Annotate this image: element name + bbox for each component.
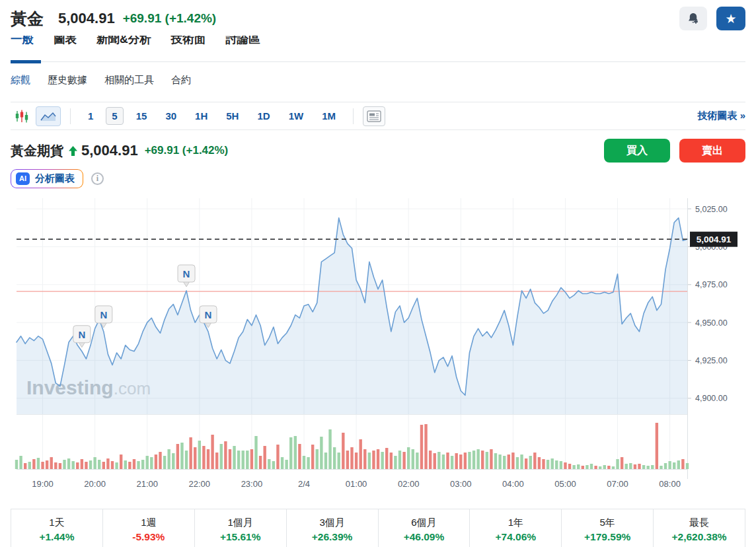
chart-toolbar: 1 5 15 30 1H 5H 1D 1W 1M 技術圖表 »	[11, 102, 745, 130]
buy-button[interactable]: 買入	[604, 139, 670, 163]
chart-canvas[interactable]: 5,025.005,000.004,975.004,950.004,925.00…	[11, 198, 745, 499]
svg-text:23:00: 23:00	[241, 479, 263, 489]
header-change: +69.91 (+1.42%)	[123, 11, 217, 26]
price-chart[interactable]: 5,025.005,000.004,975.004,950.004,925.00…	[11, 198, 745, 501]
tab-technical[interactable]: 技術面	[171, 36, 206, 47]
subnav-overview[interactable]: 綜觀	[11, 74, 30, 87]
perf-value: +15.61%	[220, 531, 261, 543]
perf-cell-5y: 5年 +179.59%	[562, 509, 654, 547]
svg-text:08:00: 08:00	[659, 479, 681, 489]
svg-text:N: N	[205, 309, 212, 320]
subnav-historical-data[interactable]: 歷史數據	[48, 74, 87, 87]
perf-cell-1y: 1年 +74.06%	[470, 509, 562, 547]
area-chart-button[interactable]	[36, 106, 61, 126]
main-tabbar: 一般 圖表 新聞&分析 技術面 討論區	[11, 36, 745, 62]
svg-text:04:00: 04:00	[502, 479, 524, 489]
svg-text:03:00: 03:00	[450, 479, 472, 489]
interval-1m[interactable]: 1M	[316, 107, 342, 125]
watchlist-star-button[interactable]: ★	[716, 7, 745, 30]
interval-1h[interactable]: 1H	[189, 107, 213, 125]
svg-text:4,950.00: 4,950.00	[695, 318, 728, 328]
perf-label: 1天	[49, 517, 64, 529]
perf-value: +74.06%	[496, 531, 537, 543]
svg-text:N: N	[78, 329, 85, 340]
perf-value: +46.09%	[404, 531, 445, 543]
perf-cell-1d: 1天 +1.44%	[11, 509, 103, 547]
svg-text:2/4: 2/4	[298, 479, 310, 489]
interval-1d[interactable]: 1D	[251, 107, 276, 125]
perf-value: +1.44%	[39, 531, 74, 543]
toolbar-separator	[353, 108, 354, 124]
star-icon: ★	[725, 13, 736, 25]
page: 黃金 5,004.91 +69.91 (+1.42%) ★ 一般 圖表 新聞&分…	[0, 0, 756, 547]
perf-cell-3m: 3個月 +26.39%	[287, 509, 379, 547]
header-price: 5,004.91	[58, 10, 115, 27]
svg-text:07:00: 07:00	[607, 479, 628, 489]
sell-button[interactable]: 賣出	[679, 139, 745, 163]
perf-value: -5.93%	[132, 531, 165, 543]
perf-label: 1年	[508, 517, 523, 529]
toolbar-separator	[70, 108, 71, 124]
svg-text:N: N	[100, 309, 107, 320]
interval-1[interactable]: 1	[82, 107, 99, 125]
svg-text:5,004.91: 5,004.91	[697, 235, 732, 244]
perf-value: +2,620.38%	[671, 531, 726, 543]
svg-text:22:00: 22:00	[189, 479, 211, 489]
svg-text:20:00: 20:00	[84, 479, 106, 489]
svg-text:4,975.00: 4,975.00	[695, 280, 728, 289]
svg-text:5,025.00: 5,025.00	[695, 205, 728, 214]
performance-table: 1天 +1.44% 1週 -5.93% 1個月 +15.61% 3個月 +26.…	[11, 509, 745, 547]
svg-text:4,925.00: 4,925.00	[695, 356, 728, 365]
svg-text:02:00: 02:00	[398, 479, 420, 489]
svg-text:01:00: 01:00	[346, 479, 367, 489]
perf-label: 1週	[141, 517, 156, 529]
perf-value: +26.39%	[312, 531, 353, 543]
subnav-related-tools[interactable]: 相關的工具	[104, 74, 154, 87]
perf-label: 1個月	[228, 517, 253, 529]
instrument-title-row: 黃金期貨 5,004.91 +69.91 (+1.42%) 買入 賣出	[11, 139, 745, 163]
news-layout-icon	[367, 110, 381, 122]
ai-analyze-chart-button[interactable]: AI 分析圖表	[11, 169, 83, 188]
tab-general[interactable]: 一般	[11, 36, 34, 47]
ai-row: AI 分析圖表 i	[11, 168, 745, 188]
svg-text:21:00: 21:00	[136, 479, 158, 489]
perf-label: 3個月	[319, 517, 344, 529]
tabbar-divider	[11, 61, 745, 62]
svg-text:19:00: 19:00	[32, 479, 54, 489]
interval-5[interactable]: 5	[106, 107, 123, 125]
tab-news-analysis[interactable]: 新聞&分析	[96, 36, 151, 47]
candlestick-icon	[15, 109, 29, 124]
perf-cell-max: 最長 +2,620.38%	[654, 509, 745, 547]
page-title: 黃金	[11, 8, 44, 30]
bell-plus-icon	[686, 11, 700, 26]
interval-1w[interactable]: 1W	[283, 107, 310, 125]
svg-text:4,900.00: 4,900.00	[695, 394, 728, 403]
news-events-button[interactable]	[363, 106, 385, 126]
tab-charts[interactable]: 圖表	[54, 36, 77, 47]
perf-cell-6m: 6個月 +46.09%	[379, 509, 471, 547]
instrument-change: +69.91 (+1.42%)	[145, 144, 229, 157]
candlestick-chart-button[interactable]	[11, 106, 33, 126]
interval-5h[interactable]: 5H	[220, 107, 245, 125]
interval-15[interactable]: 15	[130, 107, 153, 125]
svg-text:05:00: 05:00	[554, 479, 576, 489]
active-tab-indicator	[11, 60, 41, 63]
perf-cell-1w: 1週 -5.93%	[103, 509, 195, 547]
ai-analyze-label: 分析圖表	[35, 172, 75, 185]
perf-cell-1m: 1個月 +15.61%	[195, 509, 287, 547]
interval-30[interactable]: 30	[159, 107, 182, 125]
perf-value: +179.59%	[584, 531, 630, 543]
svg-text:N: N	[183, 268, 190, 279]
perf-label: 6個月	[411, 517, 436, 529]
tab-discussions[interactable]: 討論區	[225, 36, 260, 47]
instrument-price: 5,004.91	[81, 142, 138, 159]
info-icon[interactable]: i	[91, 172, 104, 185]
instrument-name: 黃金期貨	[11, 142, 63, 160]
sub-navigation: 綜觀 歷史數據 相關的工具 合約	[11, 73, 745, 87]
perf-label: 最長	[689, 517, 709, 529]
ai-icon: AI	[16, 172, 30, 185]
subnav-contracts[interactable]: 合約	[171, 74, 191, 87]
create-alert-button[interactable]	[679, 7, 707, 30]
technical-chart-link[interactable]: 技術圖表 »	[697, 110, 745, 122]
perf-label: 5年	[600, 517, 615, 529]
